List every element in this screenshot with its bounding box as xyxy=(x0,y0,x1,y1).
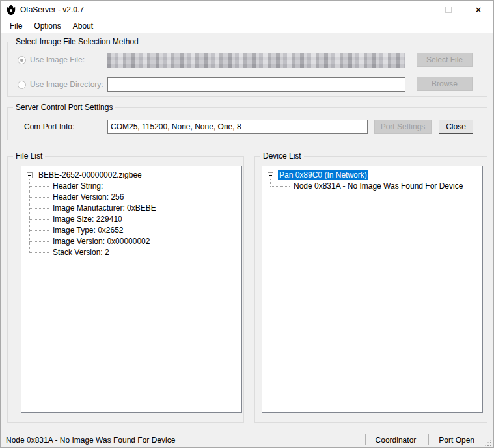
file-list-group: File List BEBE-2652-00000002.zigbee Head… xyxy=(7,156,244,423)
browse-button[interactable]: Browse xyxy=(417,77,473,91)
close-window-button[interactable]: ✕ xyxy=(463,1,493,19)
use-image-file-radio[interactable]: Use Image File: xyxy=(18,53,85,67)
file-tree-item[interactable]: Image Version: 0x00000002 xyxy=(21,236,241,247)
group-label: Select Image File Selection Method xyxy=(13,37,141,46)
status-message: Node 0x831A - No Image Was Found For Dev… xyxy=(1,436,362,445)
use-image-directory-radio[interactable]: Use Image Directory: xyxy=(18,77,103,92)
port-status: Port Open xyxy=(430,436,484,445)
file-tree-item[interactable]: Stack Version: 2 xyxy=(21,247,241,258)
title-bar[interactable]: OtaServer - v2.0.7 ✕ xyxy=(1,1,493,19)
menu-item[interactable]: Options xyxy=(28,20,66,33)
device-tree-item[interactable]: Node 0x831A - No Image Was Found For Dev… xyxy=(262,181,482,192)
file-tree-item[interactable]: Header Version: 256 xyxy=(21,192,241,203)
close-icon: ✕ xyxy=(475,6,482,14)
resize-grip[interactable] xyxy=(484,438,493,447)
server-control-port-group: Server Control Port Settings Com Port In… xyxy=(7,107,487,140)
port-settings-button[interactable]: Port Settings xyxy=(374,120,432,134)
close-button[interactable]: Close xyxy=(439,120,473,134)
device-tree-root[interactable]: Pan 0x89C0 (In Network) xyxy=(262,170,482,181)
menu-item[interactable]: About xyxy=(67,20,99,33)
file-list-tree[interactable]: BEBE-2652-00000002.zigbee Header String:… xyxy=(21,166,242,413)
group-label: File List xyxy=(13,152,45,161)
collapse-icon[interactable] xyxy=(268,172,273,178)
radio-icon xyxy=(18,56,26,64)
minimize-button[interactable] xyxy=(404,1,433,19)
status-separator xyxy=(426,434,429,445)
coordinator-status: Coordinator xyxy=(366,436,426,445)
window-title: OtaServer - v2.0.7 xyxy=(20,5,84,14)
radio-icon xyxy=(18,81,26,89)
image-directory-field[interactable] xyxy=(107,77,405,92)
otaserver-window: OtaServer - v2.0.7 ✕ FileOptionsAbout Se… xyxy=(0,0,494,448)
file-tree-item[interactable]: Image Type: 0x2652 xyxy=(21,225,241,236)
select-file-button[interactable]: Select File xyxy=(417,53,473,67)
device-list-tree[interactable]: Pan 0x89C0 (In Network) Node 0x831A - No… xyxy=(262,166,483,413)
com-port-info-label: Com Port Info: xyxy=(24,122,74,131)
ti-logo-icon xyxy=(6,5,16,15)
file-tree-item[interactable]: Header String: xyxy=(21,181,241,192)
maximize-button[interactable] xyxy=(433,1,463,19)
status-bar: Node 0x831A - No Image Was Found For Dev… xyxy=(1,432,493,447)
file-tree-item[interactable]: Image Manufacturer: 0xBEBE xyxy=(21,203,241,214)
image-file-path-field[interactable] xyxy=(107,53,405,68)
com-port-info-field[interactable] xyxy=(107,120,368,134)
maximize-icon xyxy=(445,7,452,13)
minimize-icon xyxy=(415,10,422,10)
menu-item[interactable]: File xyxy=(4,20,28,33)
group-label: Server Control Port Settings xyxy=(13,103,115,112)
file-tree-item[interactable]: Image Size: 229410 xyxy=(21,214,241,225)
collapse-icon[interactable] xyxy=(27,172,33,178)
file-tree-root[interactable]: BEBE-2652-00000002.zigbee xyxy=(21,170,241,181)
group-label: Device List xyxy=(260,152,304,161)
device-list-group: Device List Pan 0x89C0 (In Network) Node… xyxy=(254,156,487,423)
menu-bar: FileOptionsAbout xyxy=(1,19,493,33)
status-separator xyxy=(363,434,366,445)
image-file-selection-group: Select Image File Selection Method Use I… xyxy=(7,42,487,97)
